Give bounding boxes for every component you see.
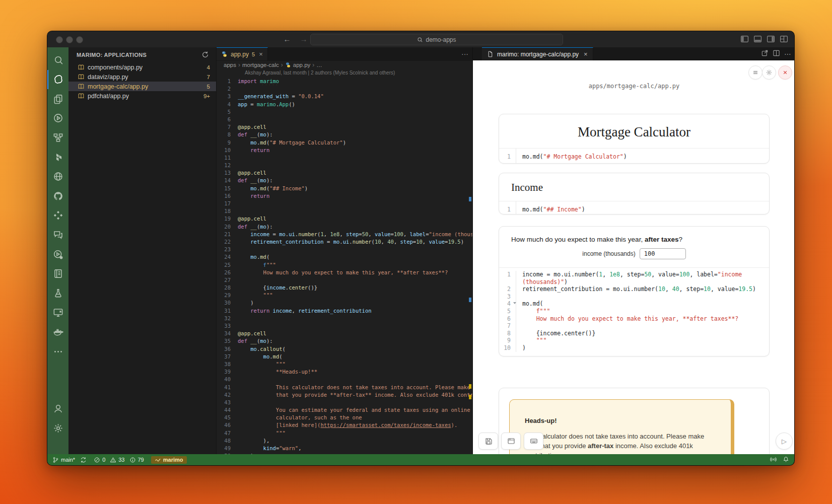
sidebar-item-pdfchat-app-py[interactable]: pdfchat/app.py9+: [68, 91, 216, 101]
overview-mark-blue: [469, 298, 471, 302]
code-line: 8 {income.center()}: [499, 330, 769, 337]
code-line: 10 return: [217, 147, 472, 154]
breadcrumb[interactable]: apps›mortgage-calc›app.py›…: [217, 60, 472, 69]
open-external-icon[interactable]: [761, 49, 769, 58]
problems-status[interactable]: 0 33 79: [94, 457, 144, 463]
code-line: 9 mo.md("# Mortgage Calculator"): [217, 139, 472, 147]
breadcrumb-item[interactable]: mortgage-calc: [242, 62, 279, 68]
activity-item-screen-icon[interactable]: [47, 303, 68, 322]
editor-actions-more-icon[interactable]: ···: [461, 50, 468, 58]
command-center-search[interactable]: demo-apps: [310, 34, 563, 45]
activity-item-search-icon[interactable]: [47, 50, 68, 69]
tab-marimo-webview[interactable]: marimo: mortgage-calc/app.py ×: [482, 47, 593, 60]
cell-card-title[interactable]: Mortgage Calculator 1mo.md("# Mortgage C…: [499, 114, 770, 164]
notebook-file-icon: [78, 74, 85, 81]
marimo-glyph-icon: [155, 457, 161, 463]
cell-card-income[interactable]: Income 1mo.md("## Income"): [499, 173, 770, 214]
code-line: 47 """: [217, 429, 472, 437]
file-name: pdfchat/app.py: [88, 93, 200, 100]
toggle-panel-icon[interactable]: [753, 35, 762, 45]
tab-app-py[interactable]: app.py 5 ×: [217, 47, 268, 60]
traffic-light-zoom[interactable]: [76, 36, 83, 43]
traffic-light-close[interactable]: [56, 36, 63, 43]
sidebar-title: MARIMO: APPLICATIONS: [77, 52, 147, 58]
activity-item-globe-icon[interactable]: [47, 167, 68, 186]
menu-hamburger-icon[interactable]: [748, 65, 762, 80]
activity-item-run-circle-icon[interactable]: [47, 109, 68, 128]
activity-item-flask-icon[interactable]: [47, 283, 68, 303]
activity-item-copy-pages-icon[interactable]: [47, 89, 68, 108]
activity-item-play-badge-icon[interactable]: [47, 245, 68, 264]
settings-gear-icon[interactable]: [762, 65, 776, 80]
code-line: 3__generated_with = "0.0.14": [217, 93, 472, 100]
code-editor[interactable]: 1import marimo23__generated_with = "0.0.…: [217, 78, 472, 454]
income-number-input[interactable]: [640, 248, 686, 259]
toggle-sidebar-right-icon[interactable]: [767, 35, 775, 45]
customize-layout-icon[interactable]: [780, 35, 788, 45]
problem-count-badge: 5: [207, 84, 210, 90]
code-line: 1income = mo.ui.number(1, 1e8, step=50, …: [499, 271, 769, 278]
cell-card-question[interactable]: How much do you expect to make this year…: [499, 226, 770, 356]
activity-item-diamonds-icon[interactable]: [47, 206, 68, 225]
keyboard-shortcuts-button[interactable]: [524, 433, 543, 450]
code-line: 38 """: [217, 361, 472, 368]
code-line: 43: [217, 399, 472, 406]
notebook-file-icon: [78, 93, 85, 100]
toggle-sidebar-left-icon[interactable]: [740, 35, 749, 45]
sidebar-item-dataviz-app-py[interactable]: dataviz/app.py7: [68, 72, 216, 82]
activity-item-marimo-icon[interactable]: [47, 70, 68, 89]
code-line: 37 mo.md(: [217, 353, 472, 361]
split-editor-icon[interactable]: [773, 49, 780, 58]
ports-broadcast-icon[interactable]: [770, 456, 777, 464]
overview-mark-blue: [469, 197, 471, 201]
cell-code-block[interactable]: 1income = mo.ui.number(1, 1e8, step=50, …: [499, 267, 769, 355]
marimo-status-item[interactable]: marimo: [151, 456, 187, 464]
notebook-file-icon: [78, 83, 85, 90]
code-line: 4mo.md(: [499, 300, 769, 308]
activity-item-notebook-icon[interactable]: [47, 264, 68, 283]
traffic-light-minimize[interactable]: [66, 36, 73, 43]
error-count: 0: [102, 457, 105, 463]
code-line: 46 [linked here](https://smartasset.com/…: [217, 421, 472, 429]
play-icon: ▷: [782, 438, 787, 445]
activity-item-org-chart-icon[interactable]: [47, 128, 68, 147]
activity-item-account-icon[interactable]: [47, 399, 68, 418]
more-actions-icon[interactable]: ⋯: [784, 50, 791, 58]
sync-icon: [80, 457, 87, 463]
breadcrumb-item[interactable]: app.py: [293, 62, 311, 68]
code-line: 21 income = mo.ui.number(1, 1e8, step=50…: [217, 231, 472, 238]
activity-item-settings-gear-icon[interactable]: [47, 418, 68, 438]
tab-close-icon[interactable]: ×: [259, 50, 263, 58]
breadcrumb-separator: ›: [312, 61, 314, 68]
git-branch-status[interactable]: main*: [52, 457, 87, 463]
activity-item-terraform-icon[interactable]: [47, 148, 68, 167]
window-titlebar[interactable]: ← → demo-apps: [47, 31, 794, 48]
code-line: 12: [217, 162, 472, 169]
activity-item-docker-icon[interactable]: [47, 322, 68, 341]
breadcrumb-item[interactable]: …: [316, 62, 322, 68]
overview-mark-warning: [469, 384, 471, 389]
sidebar-item-mortgage-calc-app-py[interactable]: mortgage-calc/app.py5: [68, 82, 216, 91]
open-as-app-button[interactable]: [501, 433, 521, 450]
run-cell-button[interactable]: ▷: [776, 433, 793, 450]
code-line: 8def __(mo):: [217, 131, 472, 138]
nav-forward-icon[interactable]: →: [298, 34, 309, 45]
sidebar-item-components-app-py[interactable]: components/app.py4: [68, 62, 216, 72]
code-line: 1import marimo: [217, 78, 472, 85]
nav-back-icon[interactable]: ←: [282, 34, 293, 45]
activity-item-more-icon[interactable]: [47, 342, 68, 361]
activity-item-comments-icon[interactable]: [47, 225, 68, 244]
shutdown-close-icon[interactable]: [778, 65, 792, 80]
code-line: 10): [499, 344, 769, 352]
code-line: 34@app.cell: [217, 330, 472, 337]
notifications-bell-icon[interactable]: [783, 456, 789, 464]
breadcrumb-item[interactable]: apps: [224, 62, 236, 68]
refresh-icon[interactable]: [201, 51, 209, 59]
code-line: 6: [217, 116, 472, 123]
tab-close-icon[interactable]: ×: [584, 50, 588, 58]
code-line: 36 mo.callout(: [217, 345, 472, 353]
code-line: 35def __(mo):: [217, 337, 472, 345]
search-icon: [417, 37, 423, 43]
activity-item-github-icon[interactable]: [47, 186, 68, 205]
save-button[interactable]: [478, 433, 498, 450]
